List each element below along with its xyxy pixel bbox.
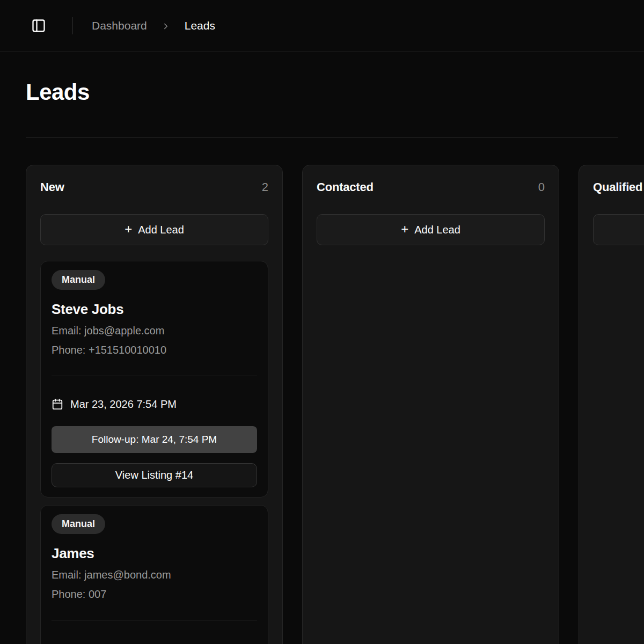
cards-list-new: Manual Steve Jobs Email: jobs@apple.com … [40, 261, 268, 644]
top-header: Dashboard Leads [0, 0, 644, 52]
column-count-badge: 0 [538, 180, 545, 194]
add-lead-button-contacted[interactable]: + Add Lead [317, 214, 545, 245]
breadcrumb-link-dashboard[interactable]: Dashboard [92, 19, 147, 32]
column-contacted: Contacted 0 + Add Lead [302, 165, 559, 644]
view-listing-button[interactable]: View Listing #14 [52, 463, 257, 487]
add-lead-label: Add Lead [414, 224, 460, 236]
lead-meta: Email: jobs@apple.com Phone: +1515100100… [52, 321, 257, 360]
source-badge: Manual [52, 514, 105, 534]
lead-meta: Email: james@bond.com Phone: 007 [52, 565, 257, 604]
created-date-row: Mar 23, 2026 7:54 PM [52, 397, 257, 412]
column-new: New 2 + Add Lead Manual Steve Jobs Email… [26, 165, 283, 644]
source-badge: Manual [52, 270, 105, 290]
lead-name: Steve Jobs [52, 301, 257, 318]
breadcrumb-current-leads: Leads [185, 19, 215, 32]
column-count-badge: 2 [262, 180, 268, 194]
add-lead-button-qualified[interactable]: + Add Lead [593, 214, 644, 245]
plus-icon: + [125, 223, 132, 236]
lead-name: James [52, 545, 257, 562]
lead-email: Email: jobs@apple.com [52, 321, 257, 340]
calendar-icon [52, 398, 63, 410]
created-date-text: Mar 23, 2026 7:54 PM [70, 398, 177, 411]
column-title: Contacted [317, 180, 374, 194]
page-content: Leads New 2 + Add Lead Manual Steve Jobs… [0, 79, 644, 644]
header-divider [72, 17, 73, 34]
page-title: Leads [26, 79, 618, 105]
column-new-header: New 2 [40, 179, 268, 195]
sidebar-toggle-button[interactable] [31, 18, 47, 34]
lead-card-james[interactable]: Manual James Email: james@bond.com Phone… [40, 505, 268, 644]
column-contacted-header: Contacted 0 [317, 179, 545, 195]
add-lead-label: Add Lead [138, 224, 184, 236]
lead-email: Email: james@bond.com [52, 565, 257, 584]
panel-left-icon [31, 18, 46, 33]
add-lead-button-new[interactable]: + Add Lead [40, 214, 268, 245]
title-divider [26, 137, 618, 138]
followup-chip: Follow-up: Mar 24, 7:54 PM [52, 426, 257, 453]
column-title: New [40, 180, 64, 194]
plus-icon: + [401, 223, 408, 236]
breadcrumb: Dashboard Leads [92, 19, 215, 32]
lead-phone: Phone: 007 [52, 584, 257, 604]
column-title: Qualified [593, 180, 642, 194]
leads-board: New 2 + Add Lead Manual Steve Jobs Email… [26, 165, 618, 644]
card-clipped-area [52, 620, 257, 644]
card-divider [52, 376, 257, 376]
lead-phone: Phone: +151510010010 [52, 340, 257, 360]
column-qualified: Qualified + Add Lead [579, 165, 644, 644]
chevron-right-icon [161, 21, 171, 31]
lead-card-steve-jobs[interactable]: Manual Steve Jobs Email: jobs@apple.com … [40, 261, 268, 497]
column-qualified-header: Qualified [593, 179, 644, 195]
